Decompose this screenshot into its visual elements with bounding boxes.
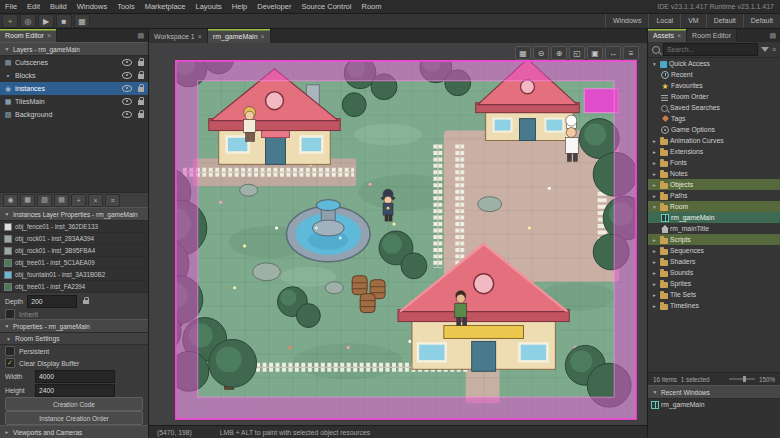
asset-tree-item-tags[interactable]: Tags (648, 113, 780, 124)
tab-rm-gamemain[interactable]: rm_gameMain × (208, 29, 271, 43)
tab-assets[interactable]: Assets × (648, 29, 687, 42)
chevron-right-icon[interactable]: ▸ (651, 182, 658, 188)
lock-icon[interactable] (138, 74, 144, 79)
menu-file[interactable]: File (0, 0, 22, 13)
depth-input[interactable] (27, 295, 77, 308)
room-width-input[interactable] (35, 370, 115, 383)
lock-icon[interactable] (138, 100, 144, 105)
layer-row-background[interactable]: ▨ Background (0, 108, 148, 121)
add-instance-layer-icon[interactable]: ◉ (3, 194, 18, 207)
menu-windows[interactable]: Windows (72, 0, 112, 13)
layer-settings-icon[interactable]: ≡ (105, 194, 120, 207)
clean-icon[interactable]: ▦ (74, 14, 90, 28)
filter-icon[interactable] (761, 47, 769, 52)
target-location[interactable]: Local (648, 14, 680, 28)
close-icon[interactable]: × (47, 32, 51, 39)
target-device[interactable]: Default (706, 14, 743, 28)
chevron-right-icon[interactable]: ▸ (651, 292, 658, 298)
npc-woman[interactable] (244, 107, 256, 142)
chevron-right-icon[interactable]: ▸ (651, 270, 658, 276)
creation-code-button[interactable]: Creation Code (5, 397, 143, 411)
target-icon[interactable]: ◎ (20, 14, 36, 28)
asset-tree-item-sounds[interactable]: ▸ Sounds (648, 267, 780, 278)
instance-row[interactable]: obj_fountain01 - inst_3A31B0B2 (0, 269, 148, 281)
menu-room[interactable]: Room (356, 0, 386, 13)
room-properties-header[interactable]: ▾ Properties - rm_gameMain (0, 319, 148, 333)
asset-tree-item-tile-sets[interactable]: ▸ Tile Sets (648, 289, 780, 300)
pan-tool-icon[interactable]: ↔ (605, 46, 621, 60)
asset-tree-item-room[interactable]: ▾ Room (648, 201, 780, 212)
asset-zoom-slider[interactable] (729, 378, 755, 380)
room-canvas-area[interactable]: ▦ ⊖ ⊕ ◱ ▣ ↔ ≡ (149, 43, 647, 425)
asset-tree-item-favourites[interactable]: ★ Favourites (648, 80, 780, 91)
search-input[interactable] (663, 43, 758, 56)
zoom-fit-icon[interactable]: ◱ (569, 46, 585, 60)
lock-icon[interactable] (138, 61, 144, 66)
search-menu-icon[interactable]: ≡ (772, 46, 776, 53)
asset-tree-item-recent[interactable]: Recent (648, 69, 780, 80)
menu-developer[interactable]: Developer (252, 0, 296, 13)
viewports-header[interactable]: ▸ Viewports and Cameras (0, 425, 148, 438)
clear-display-buffer-checkbox[interactable]: ✓ (5, 358, 15, 368)
layer-row-instances[interactable]: ◉ Instances (0, 82, 148, 95)
stop-icon[interactable]: ■ (56, 14, 72, 28)
lock-icon[interactable] (138, 87, 144, 92)
instance-creation-order-button[interactable]: Instance Creation Order (5, 411, 143, 425)
panel-menu-icon[interactable]: ▤ (765, 29, 780, 42)
chevron-right-icon[interactable]: ▸ (651, 237, 658, 243)
menu-tools[interactable]: Tools (112, 0, 140, 13)
asset-tree-item-shaders[interactable]: ▸ Shaders (648, 256, 780, 267)
recent-windows-header[interactable]: ▾ Recent Windows (648, 385, 780, 399)
close-icon[interactable]: × (198, 33, 202, 40)
close-icon[interactable]: × (677, 32, 681, 39)
chevron-right-icon[interactable]: ▸ (651, 259, 658, 265)
asset-tree-item-timelines[interactable]: ▸ Timelines (648, 300, 780, 311)
lock-icon[interactable] (83, 300, 89, 305)
add-background-layer-icon[interactable]: ▤ (54, 194, 69, 207)
canvas-menu-icon[interactable]: ≡ (623, 46, 639, 60)
asset-tree-item-objects[interactable]: ▸ Objects (648, 179, 780, 190)
delete-layer-icon[interactable]: × (88, 194, 103, 207)
npc-man[interactable] (455, 291, 467, 326)
add-asset-layer-icon[interactable]: ▨ (37, 194, 52, 207)
visibility-eye-icon[interactable] (122, 111, 132, 118)
layer-row-blocks[interactable]: ▪ Blocks (0, 69, 148, 82)
layers-header[interactable]: ▾ Layers - rm_gameMain (0, 42, 148, 56)
asset-tree-item-fonts[interactable]: ▸ Fonts (648, 157, 780, 168)
asset-tree-item-scripts[interactable]: ▸ Scripts (648, 234, 780, 245)
instances-properties-header[interactable]: ▾ Instances Layer Properties - rm_gameMa… (0, 207, 148, 221)
instance-row[interactable]: obj_tree01 - inst_FA2394 (0, 281, 148, 293)
tab-room-editor-right[interactable]: Room Editor (687, 29, 737, 42)
chevron-down-icon[interactable]: ▾ (651, 204, 658, 210)
panel-menu-icon[interactable]: ▤ (133, 29, 148, 42)
asset-tree-item-rm-gamemain[interactable]: rm_gameMain (648, 212, 780, 223)
target-config[interactable]: Default (743, 14, 780, 28)
instance-row[interactable]: obj_rock01 - inst_283AA394 (0, 233, 148, 245)
instance-row[interactable]: obj_tree01 - inst_5C1AEA09 (0, 257, 148, 269)
menu-help[interactable]: Help (227, 0, 252, 13)
zoom-out-icon[interactable]: ⊖ (533, 46, 549, 60)
menu-edit[interactable]: Edit (22, 0, 45, 13)
visibility-eye-icon[interactable] (122, 59, 132, 66)
chevron-right-icon[interactable]: ▸ (651, 171, 658, 177)
menu-layouts[interactable]: Layouts (191, 0, 227, 13)
chevron-right-icon[interactable]: ▸ (651, 248, 658, 254)
chevron-right-icon[interactable]: ▸ (651, 303, 658, 309)
grid-toggle-icon[interactable]: ▦ (515, 46, 531, 60)
visibility-eye-icon[interactable] (122, 85, 132, 92)
visibility-eye-icon[interactable] (122, 72, 132, 79)
menu-marketplace[interactable]: Marketplace (140, 0, 191, 13)
inherit-checkbox[interactable] (5, 309, 15, 319)
zoom-actual-icon[interactable]: ▣ (587, 46, 603, 60)
visibility-eye-icon[interactable] (122, 98, 132, 105)
tab-room-editor[interactable]: Room Editor × (0, 29, 57, 42)
chevron-right-icon[interactable]: ▸ (651, 138, 658, 144)
chevron-right-icon[interactable]: ▸ (651, 160, 658, 166)
instance-row[interactable]: obj_rock01 - inst_3B95FBA4 (0, 245, 148, 257)
asset-tree-item-extensions[interactable]: ▸ Extensions (648, 146, 780, 157)
instance-row[interactable]: obj_fence01 - inst_362DE133 (0, 221, 148, 233)
asset-tree-item-game-options[interactable]: Game Options (648, 124, 780, 135)
asset-tree-item-rm-maintitle[interactable]: rm_mainTitle (648, 223, 780, 234)
layer-row-tilesmain[interactable]: ▦ TilesMain (0, 95, 148, 108)
play-icon[interactable]: ▶ (38, 14, 54, 28)
